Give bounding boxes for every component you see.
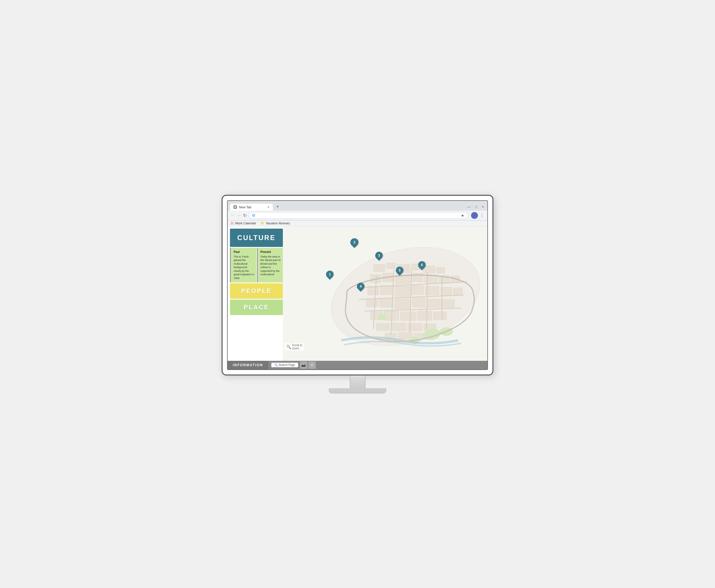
svg-rect-15 <box>380 285 393 295</box>
back-btn[interactable]: ← <box>231 213 235 218</box>
svg-rect-24 <box>412 298 425 307</box>
past-present-section: Past The st. Pauls gained the multicultu… <box>230 248 283 282</box>
new-tab-btn[interactable]: + <box>274 203 281 211</box>
scroll-hint-line1: Scroll to <box>292 344 302 347</box>
google-g-icon: G <box>252 213 255 217</box>
stand-base <box>329 388 386 394</box>
bookmark-star-icon[interactable]: ★ <box>461 213 464 218</box>
svg-rect-31 <box>433 312 447 320</box>
window-minimize-btn[interactable]: — <box>467 205 471 209</box>
chrome-toolbar: ← → ↻ G ★ ⋮ <box>228 211 488 220</box>
chrome-menu-icon[interactable]: ⋮ <box>480 213 484 218</box>
address-bar[interactable]: G ★ <box>248 212 468 219</box>
past-title: Past <box>234 250 255 254</box>
svg-rect-17 <box>411 285 424 295</box>
window-maximize-btn[interactable]: □ <box>475 205 477 209</box>
information-label: INFORMATION <box>228 361 268 370</box>
scroll-hint-line2: zoom <box>292 347 299 350</box>
instagram-btn[interactable]: 📷 <box>300 361 307 369</box>
bookmark-vacation-label: Vacation Itinerary <box>266 222 290 225</box>
monitor-frame: 🔲 New Tab × + — □ × ← → ↻ G <box>222 195 493 375</box>
place-label: PLACE <box>244 303 269 311</box>
people-label: PEOPLE <box>241 287 272 294</box>
tab-close-btn[interactable]: × <box>267 205 269 209</box>
tab-title: New Tab <box>239 206 252 209</box>
facebook-btn[interactable]: f <box>308 361 316 369</box>
svg-rect-33 <box>391 323 406 331</box>
present-box: Present Today the area is the vibrant pa… <box>257 248 283 282</box>
pin-5-label: 5 <box>398 268 400 272</box>
svg-rect-1 <box>373 264 385 272</box>
monitor-screen: 🔲 New Tab × + — □ × ← → ↻ G <box>227 200 488 370</box>
svg-rect-21 <box>366 299 378 307</box>
map-pin-5[interactable]: 5 <box>396 267 403 274</box>
svg-rect-23 <box>395 299 411 309</box>
page-footer: INFORMATION 🔍 Search Page 📷 f <box>228 361 488 370</box>
pin-3-label: 3 <box>378 253 380 257</box>
profile-avatar[interactable] <box>471 212 478 219</box>
reload-btn[interactable]: ↻ <box>243 213 247 218</box>
folder-icon: 📁 <box>261 222 264 225</box>
svg-point-42 <box>378 314 387 320</box>
zoom-icon: 🔍 <box>286 344 291 349</box>
svg-rect-14 <box>368 286 379 295</box>
svg-rect-2 <box>387 262 395 268</box>
pin-4-label: 4 <box>360 285 362 289</box>
people-section-header[interactable]: PEOPLE <box>230 283 283 299</box>
map-pin-6[interactable]: 6 <box>418 261 426 269</box>
past-text: The st. Pauls gained the multicultural b… <box>234 255 255 280</box>
map-area[interactable]: 1 2 3 <box>283 226 488 361</box>
chrome-titlebar: 🔲 New Tab × + — □ × <box>228 201 488 211</box>
search-page-btn[interactable]: 🔍 Search Page <box>271 362 298 368</box>
address-input[interactable] <box>257 213 459 217</box>
map-pin-4[interactable]: 4 <box>357 283 364 290</box>
window-close-btn[interactable]: × <box>482 205 484 209</box>
monitor-stand <box>329 375 386 394</box>
present-title: Present <box>261 250 281 254</box>
culture-section-header[interactable]: CULTURE <box>230 229 283 247</box>
chrome-tab-active[interactable]: 🔲 New Tab × <box>230 204 273 211</box>
instagram-icon: 📷 <box>301 363 306 367</box>
svg-rect-29 <box>400 312 416 320</box>
svg-rect-26 <box>443 299 455 308</box>
webpage-content: CULTURE Past The st. Pauls gained the mu… <box>228 226 488 370</box>
svg-rect-16 <box>395 286 410 296</box>
past-box: Past The st. Pauls gained the multicultu… <box>230 248 256 282</box>
map-pin-3[interactable]: 3 <box>375 252 383 259</box>
bookmark-work-calendar-label: Work Calendar <box>235 222 256 225</box>
tab-favicon: 🔲 <box>233 206 237 209</box>
page-body: CULTURE Past The st. Pauls gained the mu… <box>228 226 488 361</box>
pin-2-label: 2 <box>353 240 355 244</box>
stand-neck <box>350 375 366 388</box>
svg-rect-30 <box>418 311 432 320</box>
svg-rect-20 <box>453 288 462 295</box>
scroll-hint-text: Scroll to zoom <box>292 344 302 350</box>
calendar-icon: 31 <box>231 222 234 225</box>
culture-label: CULTURE <box>237 234 276 241</box>
monitor-wrapper: 🔲 New Tab × + — □ × ← → ↻ G <box>222 195 493 394</box>
svg-rect-22 <box>379 298 393 307</box>
map-svg <box>283 226 488 361</box>
facebook-icon: f <box>311 363 312 367</box>
bookmarks-bar: 31 Work Calendar 📁 Vacation Itinerary <box>228 220 488 226</box>
map-pin-1[interactable]: 1 <box>326 271 333 278</box>
svg-rect-6 <box>436 267 445 273</box>
svg-rect-32 <box>376 323 390 331</box>
left-panel: CULTURE Past The st. Pauls gained the mu… <box>230 229 283 361</box>
svg-rect-10 <box>411 273 423 282</box>
bookmark-work-calendar[interactable]: 31 Work Calendar <box>231 222 256 225</box>
place-section-header[interactable]: PLACE <box>230 299 283 315</box>
svg-rect-25 <box>427 299 441 308</box>
present-text: Today the area is the vibrant part of Br… <box>261 255 281 277</box>
pin-6-label: 6 <box>421 263 423 267</box>
search-page-label: Search Page <box>279 363 295 366</box>
search-icon: 🔍 <box>274 363 278 366</box>
map-pin-2[interactable]: 2 <box>350 238 359 246</box>
pin-1-label: 1 <box>329 272 331 276</box>
forward-btn[interactable]: → <box>237 213 241 218</box>
bookmark-vacation-itinerary[interactable]: 📁 Vacation Itinerary <box>261 222 290 225</box>
scroll-zoom-hint: 🔍 Scroll to zoom <box>285 343 304 351</box>
